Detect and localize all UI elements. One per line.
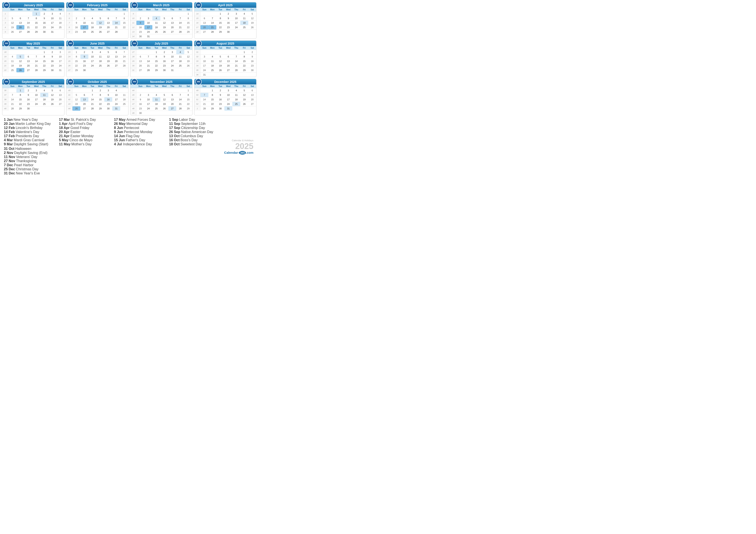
day-cell: 20: [168, 25, 176, 30]
day-cell: 10: [112, 93, 120, 97]
day-cell: [9, 88, 16, 92]
day-cell: 20: [104, 25, 112, 30]
day-cell: [56, 106, 64, 111]
day-cell: 18: [152, 25, 160, 30]
holiday-name: Cinco de Mayo: [69, 138, 93, 142]
day-cell: 3: [104, 88, 112, 92]
day-cell: 10: [232, 16, 240, 20]
day-cell: 12: [160, 97, 168, 102]
month-card-11: 365November 2025SunMonTueWedThuFriSat441…: [130, 79, 192, 115]
day-cell: 22: [216, 25, 224, 30]
week-number: 43: [67, 102, 72, 106]
holiday-row: 20 AprEaster: [59, 130, 113, 134]
day-cell: 8: [120, 16, 128, 20]
day-cell: 28: [24, 30, 32, 34]
day-cell: 26: [9, 30, 16, 34]
month-card-2: 365February 2025SunMonTueWedThuFriSat516…: [66, 2, 128, 39]
day-cell: 14: [9, 97, 16, 102]
holiday-row: 20 JanMartin Luther King Day: [4, 122, 57, 126]
holiday-row: 31 OctHalloween: [4, 147, 57, 151]
holiday-name: Memorial Day: [126, 122, 148, 126]
day-cell: 7: [9, 93, 16, 97]
day-cell: 28: [201, 106, 208, 111]
holiday-col-5: 31 OctHalloween2 NovDaylight Saving (End…: [3, 147, 58, 176]
week-row: 2567891011: [2, 16, 64, 20]
day-cell: 11: [96, 55, 104, 59]
day-cell: [224, 73, 232, 77]
day-cell: 23: [48, 64, 56, 68]
day-cell: 10: [32, 93, 40, 97]
holiday-row: 17 SepCitizenship Day: [169, 126, 223, 130]
holiday-row: 26 SepNative American Day: [169, 130, 223, 134]
day-cell: [48, 106, 56, 111]
holiday-name: Columbus Day: [180, 134, 203, 138]
day-cell: 17: [145, 102, 152, 106]
day-cell: 4: [40, 88, 48, 92]
week-number: 52: [194, 102, 201, 106]
day-cell: 25: [96, 64, 104, 68]
week-number: 21: [2, 64, 9, 68]
day-cell: 1: [72, 50, 80, 54]
day-cell: 29: [16, 106, 24, 111]
week-number: 31: [130, 68, 136, 72]
day-cell: 13: [24, 59, 32, 63]
week-row: 44262728293031: [67, 106, 128, 111]
day-cell: 13: [16, 21, 24, 25]
day-cell: 19: [216, 64, 224, 68]
week-row: 231234567: [67, 50, 128, 54]
week-row: 816171819202122: [67, 25, 128, 30]
day-headers-row: SunMonTueWedThuFriSat: [194, 46, 256, 50]
day-cell: 6: [248, 88, 256, 92]
badge-365: 365: [67, 79, 74, 85]
holiday-date: 4 Mar: [4, 138, 13, 142]
day-cell: 17: [112, 97, 120, 102]
day-cell: 23: [72, 30, 80, 34]
week-number: 18: [194, 30, 201, 34]
day-cell: 27: [16, 30, 24, 34]
day-cell: 24: [56, 64, 64, 68]
week-number: 9: [130, 12, 136, 16]
week-row: 2225262728293031: [2, 68, 64, 72]
day-cell: 24: [232, 25, 240, 30]
day-cell: 7: [32, 55, 40, 59]
day-cell: [16, 50, 24, 54]
day-cell: 8: [40, 55, 48, 59]
day-cell: 11: [56, 16, 64, 20]
day-cell: 15: [152, 59, 160, 63]
day-cell: 28: [9, 106, 16, 111]
holiday-name: Daylight Saving (Start): [14, 142, 48, 146]
week-number: 49: [194, 88, 201, 92]
day-cell: [145, 50, 152, 54]
day-cell: 29: [208, 106, 216, 111]
day-cell: 23: [24, 102, 32, 106]
week-number: 49: [130, 111, 136, 115]
week-row: 3020212223242526: [130, 63, 192, 68]
week-number: 41: [67, 93, 72, 97]
day-cell: [112, 68, 120, 72]
day-cell: 24: [80, 30, 88, 34]
holiday-date: 5 May: [59, 138, 68, 142]
day-cell: 23: [216, 102, 224, 106]
holiday-date: 2 Nov: [4, 151, 14, 155]
holiday-row: 4 MarMardi Gras Carnival: [4, 138, 57, 142]
day-cell: [56, 30, 64, 34]
holiday-row: 17 MarSt. Patrick's Day: [59, 118, 113, 122]
day-cell: 5: [72, 93, 80, 97]
holiday-name: Mother's Day: [71, 142, 92, 146]
day-cell: 30: [24, 106, 32, 111]
holiday-name: September 11th: [181, 122, 205, 126]
day-cell: [152, 111, 160, 115]
week-number: 22: [2, 68, 9, 72]
day-cell: 19: [16, 64, 24, 68]
day-cell: 23: [104, 102, 112, 106]
holiday-name: Veterans' Day: [16, 155, 37, 159]
day-cell: 18: [96, 59, 104, 63]
month-header: 365June 2025: [67, 41, 128, 46]
day-cell: 20: [168, 102, 176, 106]
day-cell: [145, 88, 152, 92]
day-cell: 1: [240, 50, 248, 54]
day-cell: [104, 68, 112, 72]
day-cell: 12: [160, 21, 168, 25]
day-cell: [32, 50, 40, 54]
day-cell: 2: [224, 12, 232, 16]
